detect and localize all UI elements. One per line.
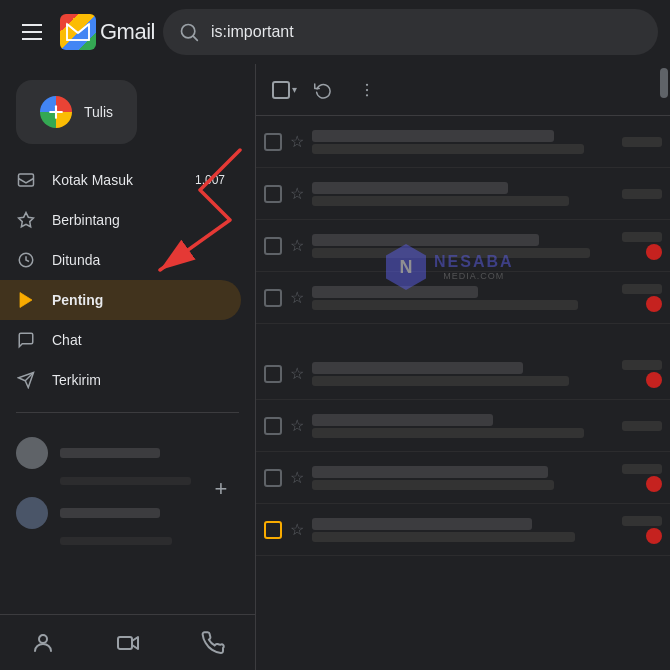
profile-button[interactable]: [23, 623, 63, 663]
email-row[interactable]: ☆: [256, 220, 670, 272]
svg-rect-15: [118, 637, 132, 649]
email-row[interactable]: ☆: [256, 348, 670, 400]
sidebar-item-snoozed[interactable]: Ditunda: [0, 240, 241, 280]
menu-button[interactable]: [12, 12, 52, 52]
email-time: [622, 516, 662, 526]
email-row[interactable]: ☆: [256, 452, 670, 504]
email-time: [622, 360, 662, 370]
gmail-logo: Gmail: [60, 14, 155, 50]
star-icon: [16, 210, 36, 230]
svg-point-10: [366, 83, 368, 85]
email-time: [622, 189, 662, 199]
email-star[interactable]: ☆: [290, 364, 304, 383]
email-meta: [622, 137, 662, 147]
chat-icon: [16, 330, 36, 350]
email-subject: [312, 532, 575, 542]
email-time: [622, 284, 662, 294]
email-star[interactable]: ☆: [290, 236, 304, 255]
email-badge: [646, 244, 662, 260]
hamburger-icon: [22, 24, 42, 40]
email-row[interactable]: ☆: [256, 272, 670, 324]
more-button[interactable]: [349, 72, 385, 108]
add-contact-button[interactable]: +: [203, 471, 239, 507]
meet-button[interactable]: [108, 623, 148, 663]
email-checkbox[interactable]: [264, 469, 282, 487]
contact-avatar-1: [16, 437, 48, 469]
email-meta: [622, 284, 662, 312]
inbox-badge: 1.007: [195, 173, 225, 187]
email-sender: [312, 466, 548, 478]
email-row[interactable]: ☆: [256, 116, 670, 168]
email-badge: [646, 296, 662, 312]
email-row[interactable]: ☆: [256, 168, 670, 220]
select-all-checkbox[interactable]: [272, 81, 290, 99]
svg-line-1: [193, 36, 197, 40]
inbox-icon: [16, 170, 36, 190]
email-subject: [312, 480, 554, 490]
email-checkbox[interactable]: [264, 133, 282, 151]
email-row[interactable]: ☆: [256, 504, 670, 556]
sidebar-item-important[interactable]: Penting: [0, 280, 241, 320]
email-star[interactable]: ☆: [290, 468, 304, 487]
email-badge: [646, 476, 662, 492]
search-input[interactable]: is:important: [211, 23, 642, 41]
email-content: [312, 130, 614, 154]
svg-marker-7: [20, 293, 32, 308]
sidebar-item-sent[interactable]: Terkirim: [0, 360, 241, 400]
sidebar-item-inbox[interactable]: Kotak Masuk 1.007: [0, 160, 241, 200]
email-subject: [312, 376, 569, 386]
email-checkbox[interactable]: [264, 365, 282, 383]
email-content: [312, 182, 614, 206]
main-layout: Tulis Kotak Masuk 1.007 Berbintang: [0, 64, 670, 670]
email-list: ☆ ☆: [256, 116, 670, 670]
email-checkbox[interactable]: [264, 237, 282, 255]
email-time: [622, 137, 662, 147]
search-bar[interactable]: is:important: [163, 9, 658, 55]
starred-label: Berbintang: [52, 212, 225, 228]
email-checkbox[interactable]: [264, 289, 282, 307]
email-checkbox[interactable]: [264, 417, 282, 435]
svg-point-14: [39, 635, 47, 643]
email-badge: [646, 528, 662, 544]
email-time: [622, 421, 662, 431]
refresh-button[interactable]: [305, 72, 341, 108]
svg-marker-5: [19, 213, 34, 227]
compose-plus-icon: [40, 96, 72, 128]
select-dropdown-icon[interactable]: ▾: [292, 84, 297, 95]
email-content: [312, 414, 614, 438]
email-subject: [312, 428, 584, 438]
email-sender: [312, 234, 539, 246]
sidebar-item-chat[interactable]: Chat: [0, 320, 241, 360]
email-content: [312, 518, 614, 542]
email-content: [312, 234, 614, 258]
email-star[interactable]: ☆: [290, 288, 304, 307]
email-checkbox[interactable]: [264, 521, 282, 539]
email-sender: [312, 130, 554, 142]
sent-label: Terkirim: [52, 372, 225, 388]
svg-point-12: [366, 94, 368, 96]
email-meta: [622, 189, 662, 199]
sidebar-item-starred[interactable]: Berbintang: [0, 200, 241, 240]
email-badge: [646, 372, 662, 388]
email-meta: [622, 360, 662, 388]
email-star[interactable]: ☆: [290, 132, 304, 151]
email-row[interactable]: ☆: [256, 400, 670, 452]
top-bar: Gmail is:important: [0, 0, 670, 64]
email-subject: [312, 196, 569, 206]
svg-point-11: [366, 88, 368, 90]
email-star[interactable]: ☆: [290, 416, 304, 435]
email-sender: [312, 518, 532, 530]
gmail-m-icon: [60, 14, 96, 50]
select-all-checkbox-area[interactable]: ▾: [272, 81, 297, 99]
email-meta: [622, 516, 662, 544]
email-time: [622, 232, 662, 242]
email-checkbox[interactable]: [264, 185, 282, 203]
email-sender: [312, 286, 478, 298]
compose-button[interactable]: Tulis: [16, 80, 137, 144]
email-content: [312, 362, 614, 386]
sent-icon: [16, 370, 36, 390]
email-star[interactable]: ☆: [290, 520, 304, 539]
email-star[interactable]: ☆: [290, 184, 304, 203]
contact-item-2: [16, 493, 203, 533]
phone-button[interactable]: [193, 623, 233, 663]
